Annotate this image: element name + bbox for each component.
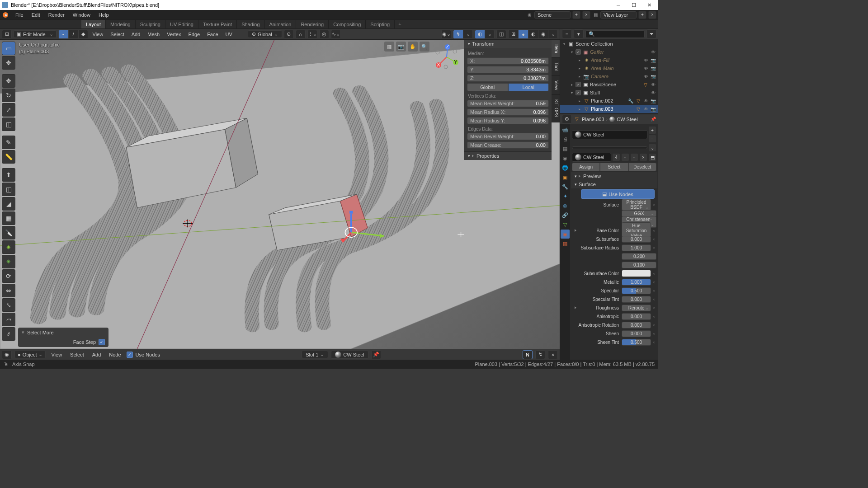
node-socket[interactable]: ○ (652, 272, 656, 276)
specular-tint-field[interactable]: 0.000 (622, 296, 651, 303)
node-socket[interactable]: ○ (652, 280, 656, 284)
edge-bevel-field[interactable]: Mean Bevel Weight:0.00 (467, 133, 549, 140)
tab-material[interactable]: ◉ (561, 230, 570, 239)
show-overlays-button[interactable]: ◐ (475, 30, 485, 39)
blender-icon[interactable] (2, 11, 9, 19)
tab-shading[interactable]: Shading (237, 20, 264, 28)
tab-world[interactable]: 🌐 (561, 163, 570, 172)
subsurface-field[interactable]: 0.000 (622, 236, 651, 243)
solid-shading[interactable]: ● (518, 30, 528, 39)
redo-panel[interactable]: ▾Select More Face Step ✓ (18, 328, 108, 347)
shading-dropdown[interactable]: ⌄ (548, 30, 558, 39)
tool-knife[interactable]: 🔪 (2, 226, 15, 239)
slot-add-button[interactable]: + (648, 126, 656, 134)
node-socket[interactable]: ○ (652, 306, 656, 310)
tool-shear[interactable]: ▱ (2, 313, 15, 326)
nav-grid-icon[interactable]: ▦ (384, 42, 394, 52)
tree-gaffer[interactable]: ▾✓▣Gaffer👁 (560, 48, 658, 56)
tab-constraint[interactable]: 🔗 (561, 211, 570, 220)
tree-area-fill[interactable]: ▸✷Area-Fill👁📷 (560, 56, 658, 64)
nav-camera-icon[interactable]: 📷 (396, 42, 406, 52)
tab-viewlayer[interactable]: ▦ (561, 144, 570, 153)
face-select-button[interactable]: ◆ (78, 30, 88, 39)
uv-menu[interactable]: UV (223, 31, 235, 38)
tab-render[interactable]: 📹 (561, 125, 570, 134)
tool-spin[interactable]: ✴ (2, 255, 15, 268)
crease-field[interactable]: Mean Crease:0.00 (467, 141, 549, 149)
proportional-type-button[interactable]: ∿⌄ (331, 30, 341, 39)
node-socket[interactable]: ○ (652, 340, 656, 344)
tool-inset[interactable]: ◫ (2, 183, 15, 196)
eye-icon[interactable]: 👁 (650, 81, 656, 88)
ss-radius-3[interactable]: 0.100 (622, 262, 656, 268)
new-material-button[interactable]: ▫ (621, 153, 629, 161)
snap-type-button[interactable]: ⋮⌄ (307, 30, 317, 39)
axis-gizmo[interactable]: X Y Z (433, 43, 460, 70)
viewlayer-delete-button[interactable]: × (648, 11, 656, 19)
median-x-field[interactable]: X:0.035508m (467, 57, 549, 65)
restrict-icon[interactable]: 📷 (650, 65, 656, 71)
edge-select-button[interactable]: / (68, 30, 78, 39)
tool-measure[interactable]: 📏 (2, 150, 15, 164)
surface-select[interactable]: Principled BSDF (622, 199, 651, 211)
node-socket[interactable]: ○ (652, 203, 656, 207)
tree-scene-collection[interactable]: ▾▣Scene Collection (560, 40, 658, 48)
select-menu-shader[interactable]: Select (67, 351, 87, 358)
tree-stuff[interactable]: ▾✓▣Stuff👁 (560, 89, 658, 97)
metallic-field[interactable]: 1.000 (622, 279, 651, 286)
eye-icon[interactable]: 👁 (643, 106, 649, 112)
tool-extrude[interactable]: ⬆ (2, 168, 15, 182)
node-socket[interactable]: ○ (652, 237, 656, 241)
shader-tool-2[interactable]: ↯ (535, 350, 545, 359)
tab-rendering[interactable]: Rendering (296, 20, 329, 28)
tab-animation[interactable]: Animation (265, 20, 297, 28)
tab-scene[interactable]: ◉ (561, 154, 570, 163)
sheen-tint-field[interactable]: 0.500 (622, 339, 651, 346)
edge-menu[interactable]: Edge (185, 31, 203, 38)
ss-radius-2[interactable]: 0.200 (622, 253, 656, 260)
outliner-filter-button[interactable]: ⏷ (646, 29, 656, 38)
tab-texture-paint[interactable]: Texture Paint (198, 20, 237, 28)
node-socket[interactable]: ○ (652, 314, 656, 319)
viewport-3d[interactable]: User Orthographic (1) Plane.003 ▭ ✥ ✥ ↻ … (0, 40, 560, 349)
node-socket[interactable]: ○ (652, 289, 656, 293)
workspace-add-button[interactable]: + (395, 20, 405, 28)
use-nodes-button[interactable]: ⬓Use Nodes (581, 189, 655, 199)
outliner-type-button[interactable]: ≡ (562, 29, 572, 38)
properties-panel-header[interactable]: Properties (464, 151, 552, 160)
user-count-badge[interactable]: 4 (612, 153, 620, 161)
menu-window[interactable]: Window (69, 11, 94, 19)
eye-icon[interactable]: 👁 (643, 98, 649, 104)
eye-icon[interactable]: 👁 (643, 73, 649, 80)
material-select[interactable]: CW Steel (331, 351, 368, 359)
tool-smooth[interactable]: ⟳ (2, 269, 15, 283)
eye-icon[interactable]: 👁 (643, 57, 649, 63)
tab-layout[interactable]: Layout (81, 20, 106, 28)
tool-select-box[interactable]: ▭ (2, 42, 15, 55)
shader-type-select[interactable]: ●Object⌄ (14, 351, 46, 358)
collection-visibility-toggle[interactable]: ✓ (576, 90, 581, 95)
select-menu[interactable]: Select (108, 31, 127, 38)
viewlayer-select[interactable]: View Layer (600, 11, 637, 19)
add-menu[interactable]: Add (129, 31, 143, 38)
vertex-menu[interactable]: Vertex (164, 31, 184, 38)
tab-output[interactable]: 🖨 (561, 135, 570, 144)
wireframe-shading[interactable]: ⊞ (508, 30, 518, 39)
orientation-select[interactable]: ⊕Global⌄ (248, 30, 282, 38)
slot-remove-button[interactable]: − (648, 135, 656, 143)
outliner-mode-button[interactable]: ▾ (574, 29, 584, 38)
material-datablock[interactable]: CW Steel (572, 153, 611, 162)
collection-visibility-toggle[interactable]: ✓ (576, 82, 581, 87)
tool-scale[interactable]: ⤢ (2, 103, 15, 117)
tab-scripting[interactable]: Scripting (366, 20, 395, 28)
editor-type-shader[interactable]: ◉ (2, 350, 12, 359)
select-button[interactable]: Select (600, 163, 628, 171)
node-menu-shader[interactable]: Node (106, 351, 123, 358)
subsurface-color-swatch[interactable] (622, 270, 651, 277)
mesh-menu[interactable]: Mesh (145, 31, 162, 38)
node-socket[interactable]: ○ (652, 297, 656, 301)
space-local-button[interactable]: Local (508, 83, 549, 91)
tab-compositing[interactable]: Compositing (329, 20, 366, 28)
material-slot[interactable]: CW Steel (572, 130, 647, 139)
tool-edge-slide[interactable]: ⇔ (2, 284, 15, 297)
